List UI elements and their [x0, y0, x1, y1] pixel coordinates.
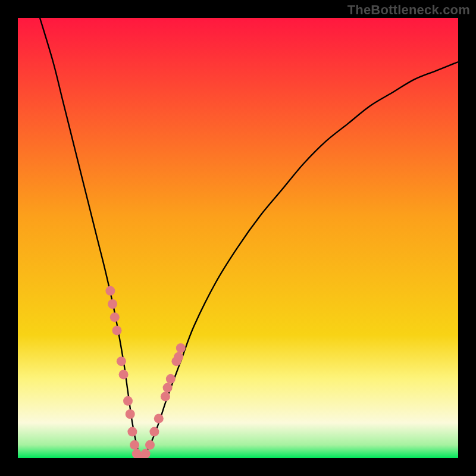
- marker-dot: [130, 440, 139, 450]
- chart-container: TheBottleneck.com: [0, 0, 476, 476]
- marker-dot: [110, 312, 120, 322]
- marker-dot: [127, 427, 137, 437]
- marker-dot: [163, 383, 173, 393]
- marker-dot: [145, 440, 155, 450]
- marker-dot: [119, 369, 129, 379]
- marker-dot: [161, 392, 170, 401]
- marker-dot: [154, 414, 164, 423]
- chart-svg: [18, 18, 458, 458]
- marker-dot: [112, 325, 122, 335]
- marker-dot: [105, 286, 115, 296]
- gradient-background: [18, 18, 458, 458]
- marker-dot: [123, 396, 133, 406]
- marker-dot: [149, 427, 159, 437]
- watermark-text: TheBottleneck.com: [347, 2, 470, 18]
- marker-dot: [166, 374, 176, 384]
- marker-dot: [108, 299, 117, 309]
- marker-dot: [126, 409, 135, 419]
- marker-dot: [174, 352, 183, 362]
- plot-area: [18, 18, 458, 458]
- marker-dot: [176, 343, 186, 353]
- marker-dot: [117, 356, 126, 366]
- marker-dot: [141, 449, 151, 458]
